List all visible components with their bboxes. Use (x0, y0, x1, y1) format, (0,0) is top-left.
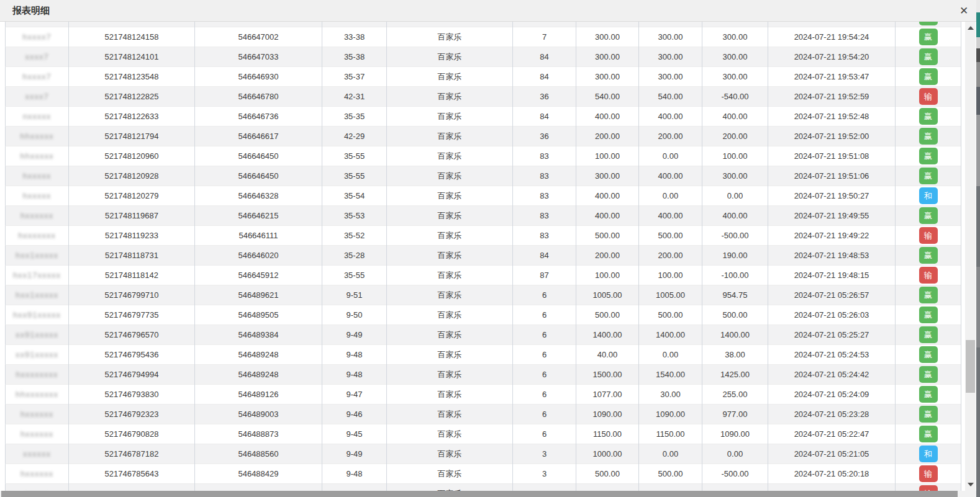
cell-bet-amount: 300.00 (576, 27, 639, 47)
horizontal-scrollbar[interactable] (0, 491, 965, 497)
cell-shoe-round: 35-55 (322, 266, 387, 285)
cell-order-no: 521748120928 (69, 166, 195, 186)
table-row: hxxxxx 521748120279 546646328 35-54 百家乐 … (5, 186, 961, 206)
cell-win-loss: 977.00 (702, 405, 768, 424)
table-row: xx91xxxxx 521746795436 546489248 9-48 百家… (5, 345, 961, 365)
cell-username: hxxxxx (6, 166, 69, 186)
close-button[interactable]: ✕ (956, 4, 971, 19)
cell-table-no: 87 (513, 266, 576, 285)
cell-round-no: 546489248 (195, 365, 322, 385)
result-badge: 赢 (919, 426, 938, 442)
cell-win-loss: -500.00 (702, 464, 768, 484)
cell-username: xx91xxxxx (6, 345, 69, 365)
blurred-username: nxxxxx (23, 112, 52, 121)
horizontal-scroll-thumb[interactable] (1, 491, 958, 497)
cell-result: 赢 (896, 424, 961, 444)
cell-table-no: 6 (513, 285, 576, 305)
cell-valid-amount: 1540.00 (639, 365, 702, 385)
cell-game-type: 百家乐 (387, 385, 513, 405)
cell-username: hhxxxxx (6, 146, 69, 166)
cell-bet-time: 2024-07-21 19:54:20 (768, 47, 896, 67)
cell-table-no: 6 (513, 424, 576, 444)
result-badge: 赢 (919, 247, 938, 264)
cell-shoe-round (322, 484, 387, 491)
cell-table-no: 3 (513, 464, 576, 484)
cell-table-no: 83 (513, 226, 576, 246)
result-badge: 赢 (919, 128, 938, 145)
cell-order-no: 521748120279 (69, 186, 195, 206)
cell-order-no (69, 22, 195, 27)
cell-game-type: 百家乐 (387, 87, 513, 107)
cell-result: 赢 (896, 325, 961, 345)
cell-round-no: 546489621 (195, 285, 322, 305)
page-edge-background (976, 0, 980, 497)
cell-order-no: 521746792323 (69, 405, 195, 424)
modal-title: 报表明细 (12, 0, 50, 21)
cell-shoe-round: 42-29 (322, 127, 387, 146)
cell-round-no (195, 22, 322, 27)
cell-order-no: 521746790828 (69, 424, 195, 444)
cell-result: 输 (896, 266, 961, 285)
cell-shoe-round: 35-54 (322, 186, 387, 206)
cell-bet-time: 2024-07-21 05:25:27 (768, 325, 896, 345)
cell-shoe-round: 9-48 (322, 345, 387, 365)
cell-table-no: 6 (513, 385, 576, 405)
table-body: 赢 hxxxx7 521748124158 546647002 33-38 百家… (5, 22, 961, 491)
vertical-scroll-thumb[interactable] (966, 340, 975, 393)
cell-bet-amount: 100.00 (576, 266, 639, 285)
cell-game-type: 百家乐 (387, 305, 513, 325)
cell-order-no: 521746785643 (69, 464, 195, 484)
cell-game-type: 百家乐 (387, 27, 513, 47)
scroll-down-arrow-icon[interactable] (968, 483, 974, 486)
cell-bet-amount: 540.00 (576, 87, 639, 107)
cell-valid-amount: 500.00 (639, 464, 702, 484)
cell-bet-time: 2024-07-21 19:50:27 (768, 186, 896, 206)
table-row: hxxxxxxxx 521746794994 546489248 9-48 百家… (5, 365, 961, 385)
blurred-username: hxx1xxxxx (16, 251, 58, 260)
cell-order-no: 521748122633 (69, 107, 195, 127)
cell-username: hxxxxxx (6, 424, 69, 444)
cell-bet-amount: 400.00 (576, 206, 639, 226)
cell-valid-amount (639, 22, 702, 27)
cell-bet-time: 2024-07-21 05:24:42 (768, 365, 896, 385)
cell-username: hxxxxxxx (6, 226, 69, 246)
cell-valid-amount: 0.00 (639, 444, 702, 464)
cell-username: hxx17xxxxx (6, 266, 69, 285)
result-badge: 赢 (919, 406, 938, 423)
cell-shoe-round: 35-55 (322, 146, 387, 166)
cell-win-loss: 500.00 (702, 305, 768, 325)
cell-order-no: 521748124101 (69, 47, 195, 67)
cell-game-type: 百家乐 (387, 146, 513, 166)
cell-shoe-round: 9-48 (322, 464, 387, 484)
cell-valid-amount: 1400.00 (639, 325, 702, 345)
cell-shoe-round: 35-28 (322, 246, 387, 266)
cell-game-type: 百家乐 (387, 444, 513, 464)
vertical-scrollbar[interactable] (965, 22, 976, 491)
cell-round-no: 546646020 (195, 246, 322, 266)
cell-order-no: 521748124158 (69, 27, 195, 47)
cell-win-loss: 300.00 (702, 166, 768, 186)
cell-username: hxxxxxxxx (6, 365, 69, 385)
cell-username: hxxxxxx (6, 206, 69, 226)
blurred-username: hxx1xxxxx (16, 290, 58, 300)
cell-username (6, 22, 69, 27)
result-badge: 输 (919, 88, 938, 105)
table-row: hxx17xxxxx 521748118142 546645912 35-55 … (5, 266, 961, 285)
cell-table-no: 6 (513, 405, 576, 424)
cell-table-no: 84 (513, 246, 576, 266)
table-row: hxxxxxx 521746790828 546488873 9-45 百家乐 … (5, 424, 961, 444)
result-badge: 赢 (919, 48, 938, 65)
table-row: xxxx7 521748124101 546647033 35-38 百家乐 8… (5, 47, 961, 67)
blurred-username: xxxx7 (25, 52, 48, 61)
cell-result: 赢 (896, 365, 961, 385)
cell-win-loss: -540.00 (702, 87, 768, 107)
table-row: hxx1xxxxx 521746799710 546489621 9-51 百家… (5, 285, 961, 305)
scroll-up-arrow-icon[interactable] (968, 26, 974, 30)
cell-bet-time: 2024-07-21 19:51:08 (768, 146, 896, 166)
blurred-username: hxxxxxx (20, 410, 53, 419)
cell-username: hxxxx7 (6, 27, 69, 47)
cell-bet-time: 2024-07-21 05:23:28 (768, 405, 896, 424)
cell-bet-amount: 300.00 (576, 166, 639, 186)
blurred-username: hxxxx7 (22, 72, 51, 81)
cell-game-type: 百家乐 (387, 285, 513, 305)
